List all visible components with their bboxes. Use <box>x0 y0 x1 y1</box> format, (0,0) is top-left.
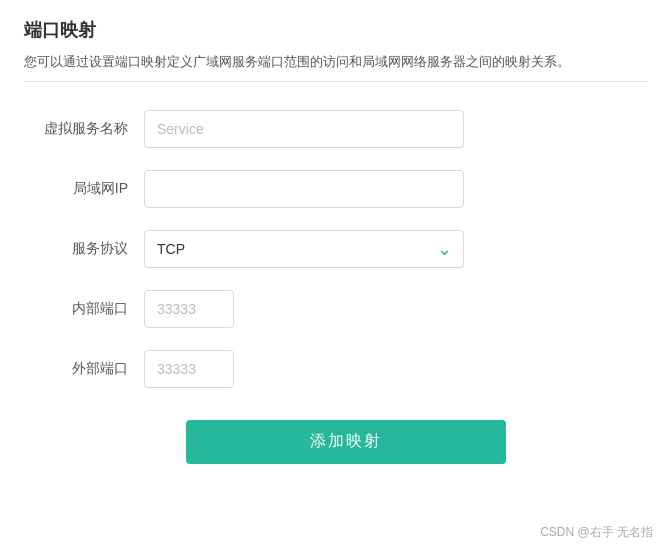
internal-port-input[interactable] <box>144 290 234 328</box>
protocol-select[interactable]: TCP UDP Both <box>144 230 464 268</box>
lan-ip-label: 局域网IP <box>44 180 144 198</box>
protocol-select-wrapper: TCP UDP Both ⌄ <box>144 230 464 268</box>
submit-row: 添加映射 <box>44 420 647 464</box>
page-title: 端口映射 <box>24 18 647 42</box>
watermark: CSDN @右手 无名指 <box>540 524 653 541</box>
virtual-service-row: 虚拟服务名称 <box>44 110 647 148</box>
external-port-input[interactable] <box>144 350 234 388</box>
virtual-service-input[interactable] <box>144 110 464 148</box>
external-port-row: 外部端口 <box>44 350 647 388</box>
virtual-service-label: 虚拟服务名称 <box>44 120 144 138</box>
internal-port-row: 内部端口 <box>44 290 647 328</box>
submit-button[interactable]: 添加映射 <box>186 420 506 464</box>
protocol-row: 服务协议 TCP UDP Both ⌄ <box>44 230 647 268</box>
internal-port-label: 内部端口 <box>44 300 144 318</box>
external-port-label: 外部端口 <box>44 360 144 378</box>
page-container: 端口映射 您可以通过设置端口映射定义广域网服务端口范围的访问和局域网网络服务器之… <box>0 0 671 555</box>
lan-ip-row: 局域网IP <box>44 170 647 208</box>
lan-ip-input[interactable] <box>144 170 464 208</box>
protocol-label: 服务协议 <box>44 240 144 258</box>
form: 虚拟服务名称 局域网IP 服务协议 TCP UDP Both ⌄ 内部端口 <box>24 110 647 464</box>
divider <box>24 81 647 82</box>
page-description: 您可以通过设置端口映射定义广域网服务端口范围的访问和局域网网络服务器之间的映射关… <box>24 52 647 73</box>
